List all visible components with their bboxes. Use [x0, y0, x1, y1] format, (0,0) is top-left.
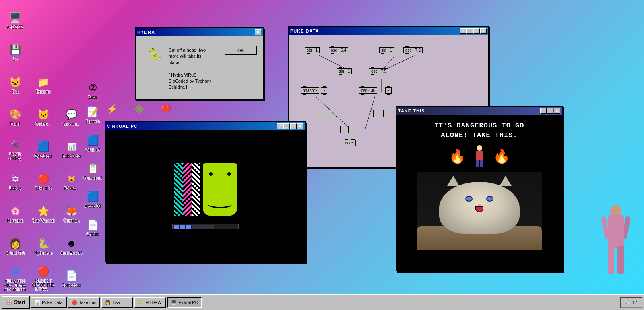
- pd-node-phasor[interactable]: phasor~: [301, 87, 319, 94]
- taskbar-ilisa-icon: 👩: [105, 300, 111, 305]
- avatar-leg-right: [617, 246, 624, 274]
- lsd-icon[interactable]: ⚡: [107, 104, 118, 114]
- sidebar-item-virtual-girl[interactable]: 👩 Virtual Girl: [2, 230, 28, 262]
- taskbar-virtual-pc-icon: 🖥️: [171, 300, 177, 305]
- vpc-min-btn[interactable]: _: [283, 123, 290, 129]
- pd-node-tilde2[interactable]: ~: [385, 87, 392, 94]
- sidebar-item-speech[interactable]: 📝 Speech: [80, 104, 106, 125]
- star-icon[interactable]: ✳️: [134, 104, 144, 114]
- hydra-title: HYDRA: [137, 30, 255, 35]
- pd-small-node-3[interactable]: [373, 110, 380, 117]
- sidebar-item-codermic[interactable]: 🐱 Codeπ...: [30, 101, 56, 133]
- puke-data-help-btn[interactable]: ?: [460, 28, 466, 34]
- sidebar-item-bobby[interactable]: ✡️ Bobby: [2, 165, 28, 198]
- sidebar-item-totally-not[interactable]: 🌀 Totally not a virus. Tr me, im a dolph…: [2, 262, 28, 294]
- pd-node-dac[interactable]: dac~: [343, 140, 356, 146]
- pd-small-node-1[interactable]: [316, 110, 323, 117]
- pd-node-tilde[interactable]: ~: [321, 87, 327, 94]
- take-this-close-btn[interactable]: ✕: [554, 108, 560, 114]
- sidebar-item-pistel[interactable]: 🎨 Pistel: [2, 101, 28, 133]
- sidebar-item-zepe[interactable]: ② Zepe: [80, 80, 106, 101]
- hydra-window: HYDRA ✕ 🐍 Cut off a head, two more will …: [135, 27, 264, 100]
- sidebar-item-cdrive[interactable]: 💾 C:/: [2, 36, 28, 69]
- hydra-titlebar[interactable]: HYDRA ✕: [136, 28, 263, 36]
- sidebar-item-explorer[interactable]: 📁 Explorer: [30, 69, 56, 101]
- start-button[interactable]: 🪟 Start: [2, 296, 30, 309]
- sidebar-item-power-jockey[interactable]: 🔌 Power Jockey: [2, 133, 28, 165]
- take-this-titlebar[interactable]: TAKE THIS _ □ ✕: [396, 107, 562, 115]
- taskbar-clock: 📡 17:: [620, 297, 642, 308]
- heart-icon[interactable]: ❤️: [161, 104, 171, 114]
- sidebar-item-hydraexe[interactable]: 🐍 Hydra.exe: [30, 230, 56, 262]
- puke-data-title: PUKE DATA: [290, 29, 460, 33]
- take-this-message: IT'S DANGEROUS TO GO ALONE! TAKE THIS.: [434, 121, 524, 140]
- sidebar-item-byte-beat[interactable]: 🟦 Byte Beat: [30, 133, 56, 165]
- pd-node-sig1[interactable]: sig~ 1: [305, 47, 320, 53]
- take-this-max-btn[interactable]: □: [547, 108, 553, 114]
- take-this-window: TAKE THIS _ □ ✕ IT'S DANGEROUS TO GO ALO…: [396, 106, 563, 271]
- taskbar-hydra-icon: 🐍: [138, 300, 144, 305]
- taskbar-item-virtual-pc[interactable]: 🖥️ Virtual PC: [167, 297, 202, 308]
- virtual-pc-titlebar[interactable]: VIRTUAL PC ? _ □ ✕: [105, 122, 305, 130]
- pd-small-node-5[interactable]: [340, 126, 347, 133]
- hydra-dialog-icon: 🐍: [148, 47, 164, 63]
- clock-display: 17:: [632, 300, 638, 305]
- puke-data-buttons: ? _ □ ✕: [460, 28, 487, 34]
- progress-empty: [192, 225, 214, 229]
- pd-small-node-2[interactable]: [325, 110, 332, 117]
- sidebar-item-credits[interactable]: 📄 Credits: [80, 217, 106, 238]
- taskbar-item-ilisa[interactable]: 👩 Ilisa: [101, 297, 133, 308]
- sidebar-item-cat[interactable]: 🐱 Cat: [2, 69, 28, 101]
- vpc-max-btn[interactable]: □: [290, 123, 297, 129]
- puke-data-close-btn[interactable]: ✕: [480, 28, 487, 34]
- sidebar-item-whatif[interactable]: 🟦 What if?: [80, 132, 106, 154]
- taskbar-item-hydra[interactable]: 🐍 HYDRA: [134, 297, 166, 308]
- take-this-items-row: 🔥 🔥: [449, 145, 510, 167]
- vpc-help-btn[interactable]: ?: [277, 123, 283, 129]
- sidebar-item-star-wars[interactable]: ⭐ Star Warsad: [30, 198, 56, 230]
- pd-node-osc30[interactable]: osc~ 30: [359, 87, 377, 94]
- avatar-figure: [600, 205, 632, 286]
- sidebar-item-windos93[interactable]: 🖥️ #nDO 93: [2, 4, 28, 36]
- pd-node-sig2[interactable]: sig~ 1: [379, 47, 394, 53]
- avatar-body: [608, 215, 624, 248]
- cat-image: [417, 172, 542, 250]
- pd-small-node-4[interactable]: [383, 110, 390, 117]
- progress-block-1: [174, 225, 179, 229]
- taskbar-take-this-icon: 🔴: [72, 300, 77, 305]
- avatar-head: [610, 205, 621, 216]
- taskbar-puke-data-icon: 📊: [35, 300, 40, 305]
- virtual-pc-graphic: [174, 163, 237, 216]
- vpc-close-btn[interactable]: ✕: [297, 123, 303, 129]
- pd-node-osc72[interactable]: osc~ 7.2: [403, 47, 423, 53]
- pixel-person: [476, 145, 483, 167]
- puke-data-max-btn[interactable]: □: [473, 28, 480, 34]
- take-this-title: TAKE THIS: [398, 108, 540, 113]
- sidebar-item-arena93[interactable]: 🟦 Arena 93: [80, 189, 106, 210]
- avatar-leg-left: [608, 246, 614, 274]
- sidebar-item-oldest-gif[interactable]: 🔴 OLDEST GIF OF THE INTER...: [30, 262, 56, 294]
- puke-data-min-btn[interactable]: _: [466, 28, 473, 34]
- pd-node-osc75[interactable]: osc~ 7.5: [369, 68, 388, 74]
- fire-icon-1: 🔥: [449, 148, 466, 164]
- taskbar-item-take-this[interactable]: 🔴 Take this: [68, 297, 100, 308]
- fire-icon-2: 🔥: [493, 148, 510, 164]
- sidebar-item-framapad[interactable]: 📋 Framapad: [80, 160, 106, 182]
- taskbar: 🪟 Start 📊 Puke Data 🔴 Take this 👩 Ilisa …: [0, 294, 644, 310]
- puke-data-titlebar[interactable]: PUKE DATA ? _ □ ✕: [289, 27, 488, 35]
- sidebar-item-contact-us[interactable]: 📄 Contact us: [58, 262, 85, 294]
- take-this-min-btn[interactable]: _: [540, 108, 547, 114]
- sidebar-item-take-this[interactable]: 🔴 Take this: [30, 165, 56, 198]
- pd-node-sig3[interactable]: sig~ 1: [337, 68, 352, 74]
- take-this-buttons: _ □ ✕: [540, 108, 560, 114]
- hydra-ok-button[interactable]: OK: [225, 46, 257, 55]
- progress-block-2: [180, 225, 185, 229]
- sidebar-item-annapng[interactable]: 🌸 Ηnnapng: [2, 198, 28, 230]
- rss-icon: 📡: [624, 300, 630, 305]
- virtual-pc-buttons: ? _ □ ✕: [277, 123, 303, 129]
- hydra-message: Cut off a head, two more will take its p…: [169, 47, 215, 91]
- taskbar-item-puke-data[interactable]: 📊 Puke Data: [31, 297, 66, 308]
- pd-node-osc64[interactable]: osc~ 6.4: [329, 47, 348, 53]
- pd-small-node-6[interactable]: [348, 126, 355, 133]
- hydra-close-btn[interactable]: ✕: [255, 29, 261, 35]
